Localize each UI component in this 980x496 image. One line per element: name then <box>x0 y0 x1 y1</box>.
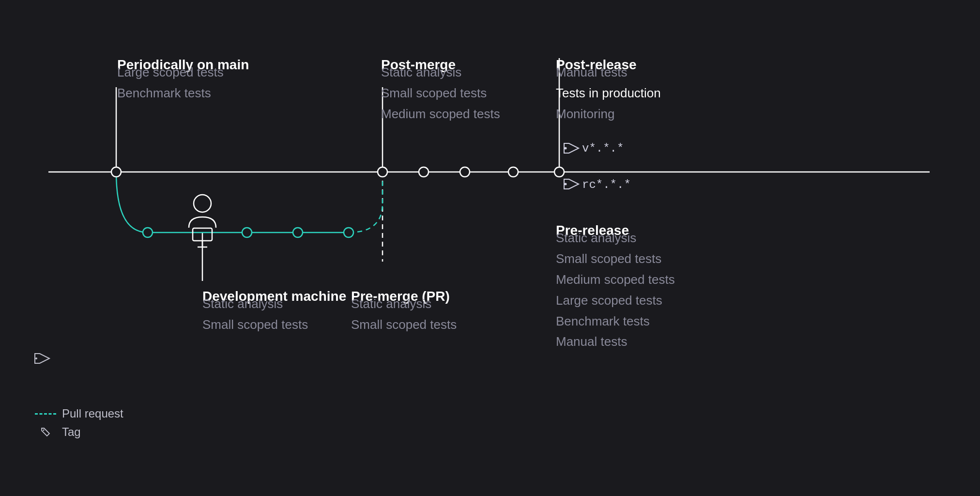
svg-point-14 <box>143 228 153 237</box>
pre-release-item-2: Small scoped tests <box>556 248 675 269</box>
dev-machine-item-1: Static analysis <box>202 294 308 314</box>
svg-point-25 <box>43 430 45 431</box>
post-release-item-3: Monitoring <box>556 104 661 124</box>
svg-point-18 <box>194 195 211 212</box>
svg-point-10 <box>419 167 429 177</box>
legend: Pull request Tag <box>35 407 123 444</box>
svg-point-13 <box>554 167 564 177</box>
pre-merge-item-1: Static analysis <box>351 294 457 314</box>
pre-release-item-1: Static analysis <box>556 228 675 248</box>
svg-point-9 <box>378 167 387 177</box>
svg-point-16 <box>293 228 303 237</box>
tag-icon-placeholder <box>35 427 56 437</box>
legend-pull-request: Pull request <box>35 407 123 420</box>
svg-point-15 <box>242 228 252 237</box>
svg-point-22 <box>565 147 567 150</box>
pull-request-dash-icon <box>35 413 56 415</box>
tag-icon <box>40 427 51 437</box>
pre-release-item-5: Benchmark tests <box>556 311 675 332</box>
legend-tag: Tag <box>35 425 123 439</box>
v-tag-label: v*.*.* <box>582 142 624 155</box>
tag-label: Tag <box>62 425 81 439</box>
svg-point-17 <box>344 228 353 237</box>
dev-machine-item-2: Small scoped tests <box>202 314 308 335</box>
svg-point-11 <box>460 167 470 177</box>
post-merge-item-2: Small scoped tests <box>381 83 500 104</box>
svg-point-12 <box>508 167 518 177</box>
pre-merge-item-2: Small scoped tests <box>351 314 457 335</box>
pre-release-item-6: Manual tests <box>556 331 675 352</box>
pre-release-item-4: Large scoped tests <box>556 290 675 311</box>
periodically-item-1: Large scoped tests <box>117 62 224 83</box>
rc-tag-label: rc*.*.* <box>582 178 631 191</box>
pre-release-item-3: Medium scoped tests <box>556 269 675 290</box>
diagram-container: Periodically on main Large scoped tests … <box>0 0 980 496</box>
svg-point-8 <box>111 167 121 177</box>
post-merge-item-1: Static analysis <box>381 62 500 83</box>
periodically-item-2: Benchmark tests <box>117 83 224 104</box>
svg-point-24 <box>35 357 37 359</box>
post-release-item-2: Tests in production <box>556 83 661 104</box>
pull-request-label: Pull request <box>62 407 123 420</box>
post-release-item-1: Manual tests <box>556 62 661 83</box>
svg-point-23 <box>565 183 567 186</box>
post-merge-item-3: Medium scoped tests <box>381 104 500 124</box>
